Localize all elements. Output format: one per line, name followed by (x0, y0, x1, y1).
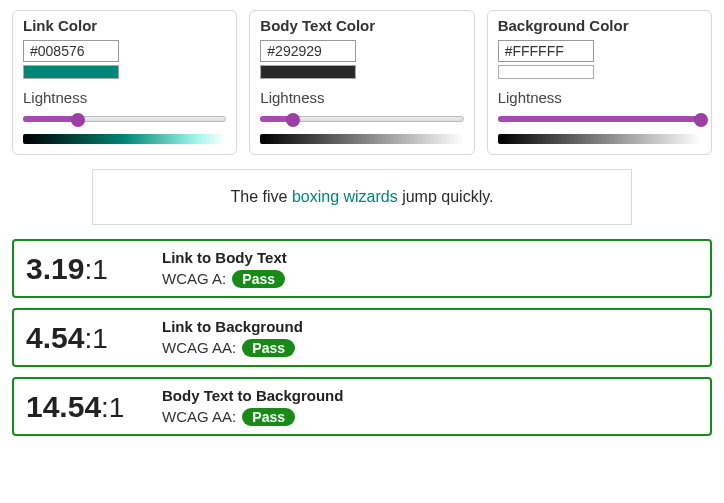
ratio-value: 14.54 (26, 390, 101, 423)
picker-title: Link Color (23, 17, 226, 34)
sample-text-preview: The five boxing wizards jump quickly. (92, 169, 632, 225)
link-color-hex-input[interactable] (23, 40, 119, 62)
slider-thumb[interactable] (71, 113, 85, 127)
ratio-value: 4.54 (26, 321, 84, 354)
ratio-suffix: :1 (84, 323, 107, 354)
background-lightness-slider[interactable] (498, 112, 701, 128)
picker-title: Body Text Color (260, 17, 463, 34)
link-color-swatch[interactable] (23, 65, 119, 79)
sample-before: The five (231, 188, 292, 205)
result-title: Link to Background (162, 318, 303, 335)
wcag-line: WCAG A: Pass (162, 270, 287, 288)
pass-badge: Pass (242, 339, 295, 357)
ratio-suffix: :1 (101, 392, 124, 423)
pass-badge: Pass (232, 270, 285, 288)
result-body: Link to Background WCAG AA: Pass (162, 318, 303, 357)
lightness-label: Lightness (260, 89, 463, 106)
sample-link[interactable]: boxing wizards (292, 188, 398, 205)
picker-background-color: Background Color Lightness (487, 10, 712, 155)
slider-fill (498, 116, 701, 122)
result-link-to-background: 4.54:1 Link to Background WCAG AA: Pass (12, 308, 712, 367)
body-text-swatch[interactable] (260, 65, 356, 79)
body-text-lightness-gradient (260, 134, 463, 144)
result-body-to-background: 14.54:1 Body Text to Background WCAG AA:… (12, 377, 712, 436)
link-lightness-gradient (23, 134, 226, 144)
contrast-ratio: 4.54:1 (26, 321, 146, 355)
sample-after: jump quickly. (398, 188, 494, 205)
ratio-suffix: :1 (84, 254, 107, 285)
color-pickers-row: Link Color Lightness Body Text Color Lig… (12, 10, 712, 155)
background-swatch[interactable] (498, 65, 594, 79)
pass-badge: Pass (242, 408, 295, 426)
lightness-label: Lightness (23, 89, 226, 106)
contrast-results: 3.19:1 Link to Body Text WCAG A: Pass 4.… (12, 239, 712, 436)
wcag-line: WCAG AA: Pass (162, 408, 343, 426)
body-text-hex-input[interactable] (260, 40, 356, 62)
picker-title: Background Color (498, 17, 701, 34)
body-text-lightness-slider[interactable] (260, 112, 463, 128)
picker-link-color: Link Color Lightness (12, 10, 237, 155)
result-title: Body Text to Background (162, 387, 343, 404)
wcag-line: WCAG AA: Pass (162, 339, 303, 357)
lightness-label: Lightness (498, 89, 701, 106)
result-body: Link to Body Text WCAG A: Pass (162, 249, 287, 288)
slider-thumb[interactable] (694, 113, 708, 127)
wcag-level: WCAG AA: (162, 339, 236, 356)
background-hex-input[interactable] (498, 40, 594, 62)
result-body: Body Text to Background WCAG AA: Pass (162, 387, 343, 426)
link-lightness-slider[interactable] (23, 112, 226, 128)
background-lightness-gradient (498, 134, 701, 144)
contrast-ratio: 3.19:1 (26, 252, 146, 286)
result-link-to-body: 3.19:1 Link to Body Text WCAG A: Pass (12, 239, 712, 298)
wcag-level: WCAG A: (162, 270, 226, 287)
wcag-level: WCAG AA: (162, 408, 236, 425)
ratio-value: 3.19 (26, 252, 84, 285)
slider-fill (23, 116, 78, 122)
contrast-ratio: 14.54:1 (26, 390, 146, 424)
result-title: Link to Body Text (162, 249, 287, 266)
picker-body-text-color: Body Text Color Lightness (249, 10, 474, 155)
slider-thumb[interactable] (286, 113, 300, 127)
